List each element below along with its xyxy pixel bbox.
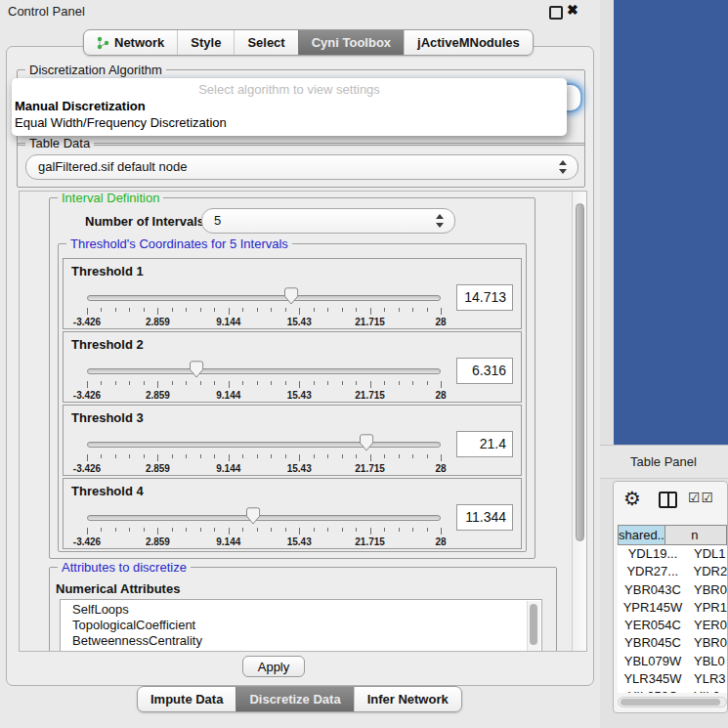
network-icon [97,36,109,50]
list-scrollbar[interactable] [527,601,540,652]
slider-tick [299,528,300,535]
tab-label: Impute Data [150,692,223,707]
slider-tick [356,528,357,532]
close-icon[interactable]: ✖ [567,2,578,18]
tab-select[interactable]: Select [234,30,297,55]
group-title: Threshold's Coordinates for 5 Intervals [66,236,292,251]
slider-track[interactable] [87,442,441,448]
table-cell[interactable]: YDR2 [688,563,727,580]
slider-tick [157,308,158,315]
table-cell[interactable]: YIL0 [688,688,720,693]
table-cell[interactable]: YDR27... [618,563,688,580]
tick-label: 9.144 [216,390,240,401]
slider-track[interactable] [87,515,441,521]
dropdown-option-manual-discretization[interactable]: Manual Discretization [12,98,567,114]
table-row[interactable]: YER054CYER0 [618,617,727,634]
number-of-intervals-value: 5 [202,209,454,233]
slider-track[interactable] [87,295,441,301]
table-cell[interactable]: YLR345W [618,670,688,688]
table-row[interactable]: YBR043CYBR0 [618,581,727,599]
gear-icon[interactable]: ⚙ [623,488,641,509]
slider-thumb[interactable] [359,434,373,451]
slider-tick [157,454,158,461]
table-row[interactable]: YBL079WYBL0 [618,653,727,670]
table-cell[interactable]: YIL052C [618,688,688,693]
table-horizontal-scrollbar-thumb[interactable] [621,699,720,706]
attribute-item-selfloops[interactable]: SelfLoops [72,602,541,618]
column-header-1[interactable]: shared... [618,525,665,545]
table-cell[interactable]: YDL19... [618,545,688,563]
split-columns-icon[interactable] [659,492,677,508]
tab-label: Cyni Toolbox [312,35,391,50]
table-row[interactable]: YDR27...YDR2 [618,563,727,580]
tab-jactivemnodules[interactable]: jActiveMNodules [404,30,533,55]
slider-track[interactable] [87,368,441,374]
table-horizontal-scrollbar[interactable] [618,697,727,707]
table-panel: ⚙ ☑☑ shared...n YDL19...YDL1YDR27...YDR2… [613,481,728,713]
slider-tick [441,454,442,461]
table-cell[interactable]: YBR0 [688,634,727,652]
dropdown-option-equal-width-frequency-discretization[interactable]: Equal Width/Frequency Discretization [12,114,567,131]
slider-tick [172,381,173,385]
threshold-value-field[interactable]: 11.344 [456,504,513,531]
tick-label: 15.43 [287,463,312,474]
attribute-item-betweennesscentrality[interactable]: BetweennessCentrality [72,633,541,649]
tab-infer-network[interactable]: Infer Network [354,687,461,711]
slider-tick [115,308,116,312]
table-cell[interactable]: YPR145W [618,599,688,617]
attribute-item-topologicalcoefficient[interactable]: TopologicalCoefficient [72,618,541,633]
tab-cyni-toolbox[interactable]: Cyni Toolbox [298,30,404,55]
threshold-3-slider[interactable]: -3.4262.8599.14415.4321.71528 [85,433,449,476]
table-row[interactable]: YLR345WYLR3 [618,670,727,688]
slider-thumb[interactable] [190,361,204,378]
slider-tick [327,528,328,532]
apply-button[interactable]: Apply [242,656,305,677]
threshold-label: Threshold 3 [71,410,144,425]
table-data-combobox[interactable]: galFiltered.sif default node [25,154,578,180]
table-row[interactable]: YIL052CYIL0 [618,688,727,693]
slider-thumb[interactable] [283,287,298,305]
select-columns-icon[interactable]: ☑☑ [688,490,714,505]
threshold-4-slider[interactable]: -3.4262.8599.14415.4321.71528 [85,506,449,549]
table-row[interactable]: YBR045CYBR0 [618,634,727,652]
table-cell[interactable]: YBL079W [618,653,688,670]
table-cell[interactable]: YLR3 [688,670,726,688]
table-row[interactable]: YDL19...YDL1 [618,545,727,563]
table-cell[interactable]: YER0 [688,617,727,634]
slider-tick [285,381,286,385]
slider-thumb[interactable] [246,507,261,525]
threshold-2-slider[interactable]: -3.4262.8599.14415.4321.71528 [85,360,449,403]
slider-tick [242,528,243,532]
tab-impute-data[interactable]: Impute Data [138,687,236,711]
threshold-label: Threshold 2 [71,337,144,352]
table-cell[interactable]: YDL1 [688,545,726,563]
threshold-value-field[interactable]: 6.316 [456,358,513,384]
float-window-icon[interactable] [549,6,563,20]
tab-network[interactable]: Network [84,30,177,55]
slider-tick [214,381,215,385]
vertical-scrollbar[interactable] [572,192,586,651]
vertical-scrollbar-thumb[interactable] [576,203,584,541]
table-cell[interactable]: YER054C [618,617,688,634]
table-cell[interactable]: YBR045C [618,634,688,652]
table-cell[interactable]: YBR0 [688,581,727,599]
table-cell[interactable]: YPR1 [688,599,727,617]
list-scrollbar-thumb[interactable] [530,604,537,645]
table-row[interactable]: YPR145WYPR1 [618,599,727,617]
column-header-2[interactable]: n [665,525,727,545]
table-panel-title: Table Panel [630,454,697,469]
threshold-value-field[interactable]: 21.4 [456,431,513,457]
tab-label: jActiveMNodules [417,35,520,50]
tick-label: 28 [435,463,446,474]
table-cell[interactable]: YBR043C [618,581,688,599]
slider-tick [87,308,88,315]
tab-style[interactable]: Style [177,30,234,55]
slider-tick [257,308,258,312]
threshold-value-field[interactable]: 14.713 [456,284,513,311]
slider-tick [172,454,173,458]
table-cell[interactable]: YBL0 [688,653,725,670]
threshold-1-slider[interactable]: -3.4262.8599.14415.4321.71528 [85,286,449,329]
tab-discretize-data[interactable]: Discretize Data [236,687,353,711]
number-of-intervals-combobox[interactable]: 5 [201,208,455,234]
threshold-label: Threshold 1 [71,264,144,278]
